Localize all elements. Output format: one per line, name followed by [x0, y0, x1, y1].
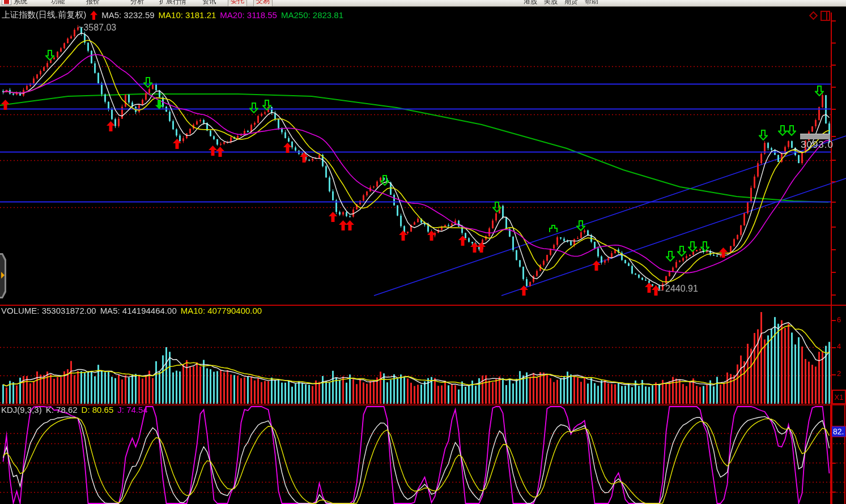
main-pane-header: 上证指数(日线.前复权) MA5: 3232.59 MA10: 3181.21 …: [2, 10, 343, 20]
volume-ma10-value[interactable]: MA10: 407790400.00: [181, 306, 262, 315]
menu-item[interactable]: 分析: [130, 0, 144, 6]
kdj-d-value: D: 80.65: [82, 405, 114, 415]
menu-item[interactable]: 帮助: [585, 0, 598, 6]
menu-item[interactable]: 资讯: [202, 0, 216, 6]
symbol-title: 上证指数(日线.前复权): [2, 10, 86, 20]
ma10-value[interactable]: MA10: 3181.21: [159, 10, 216, 20]
price-tag-handle[interactable]: [800, 134, 830, 139]
volume-axis-label: 2: [837, 369, 841, 378]
ma20-value[interactable]: MA20: 3118.55: [220, 10, 277, 20]
kdj-current-value-tag: 82.: [831, 426, 846, 437]
menu-red-button[interactable]: 委托: [228, 0, 247, 7]
peak-price-label: ~3587.03: [78, 23, 116, 33]
trough-price-label: ←2440.91: [656, 284, 698, 294]
app-logo-icon[interactable]: [2, 0, 11, 5]
split-window-icon[interactable]: [821, 11, 830, 21]
menu-red-button[interactable]: 交易: [253, 0, 273, 7]
kdj-pane-header: KDJ(9,3,3) K: 78.62 D: 80.65 J: 74.54: [1, 405, 148, 415]
chart-canvas[interactable]: [0, 0, 846, 504]
menubar: 系统功能报价分析扩展行情资讯港股美股期货帮助委托交易: [0, 0, 846, 7]
kdj-j-value: J: 74.54: [117, 405, 147, 415]
volume-ma5-value[interactable]: MA5: 414194464.00: [100, 306, 177, 315]
volume-axis-label: 4: [837, 342, 841, 351]
last-price-label: 3093.0: [801, 139, 846, 151]
sidebar-expand-handle[interactable]: [0, 253, 6, 298]
menu-item[interactable]: 港股: [524, 0, 537, 6]
volume-axis-label: 6: [837, 315, 841, 324]
menu-item[interactable]: 报价: [86, 0, 100, 6]
ma5-value[interactable]: MA5: 3232.59: [101, 10, 154, 20]
menu-item[interactable]: 扩展行情: [159, 0, 186, 6]
volume-pane-header: VOLUME: 353031872.00 MA5: 414194464.00 M…: [1, 306, 262, 315]
volume-scale-tag[interactable]: X1: [832, 390, 846, 404]
ma250-value[interactable]: MA250: 2823.81: [281, 10, 343, 20]
kdj-name[interactable]: KDJ(9,3,3): [1, 405, 42, 415]
up-arrow-icon: [90, 11, 97, 20]
kdj-k-value: K: 78.62: [46, 405, 78, 415]
menu-item[interactable]: 系统: [14, 0, 27, 6]
menu-item[interactable]: 期货: [564, 0, 578, 6]
stock-app-window: 系统功能报价分析扩展行情资讯港股美股期货帮助委托交易 上证指数(日线.前复权) …: [0, 0, 846, 504]
menu-item[interactable]: 功能: [51, 0, 65, 6]
expand-arrow-icon: [1, 272, 5, 279]
menu-item[interactable]: 美股: [544, 0, 558, 6]
volume-value: VOLUME: 353031872.00: [1, 306, 96, 315]
